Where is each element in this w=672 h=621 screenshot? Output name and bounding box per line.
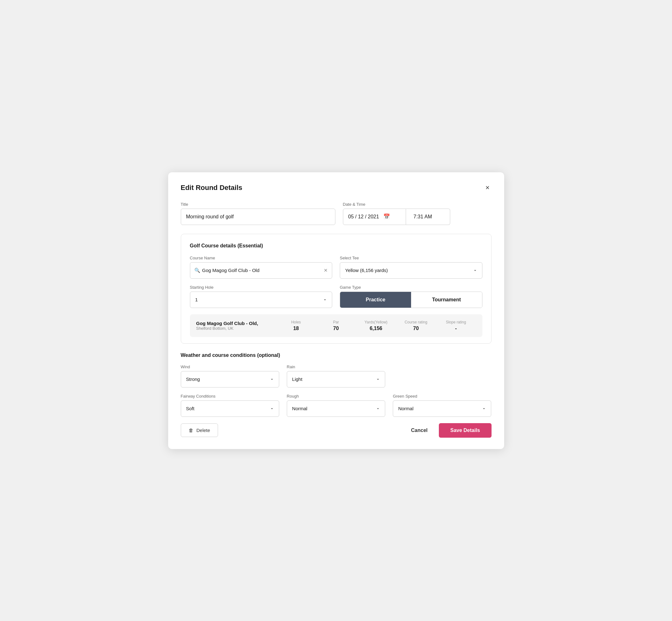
datetime-field-group: Date & Time 05 / 12 / 2021 📅 7:31 AM — [343, 202, 450, 225]
par-label: Par — [316, 320, 356, 324]
green-speed-dropdown[interactable]: Normal — [393, 401, 491, 417]
rough-label: Rough — [287, 394, 385, 399]
title-label: Title — [181, 202, 335, 207]
fairway-rough-green-row: Fairway Conditions Soft Rough Normal Gre… — [181, 394, 492, 417]
footer-right: Cancel Save Details — [409, 423, 492, 438]
modal-header: Edit Round Details × — [181, 184, 492, 192]
modal-title: Edit Round Details — [181, 184, 243, 192]
par-value: 70 — [316, 326, 356, 331]
time-value: 7:31 AM — [414, 214, 432, 220]
green-speed-group: Green Speed Normal — [393, 394, 491, 417]
course-rating-label: Course rating — [396, 320, 436, 324]
title-input[interactable] — [181, 209, 335, 225]
wind-label: Wind — [181, 365, 279, 369]
rain-label: Rain — [287, 365, 385, 369]
starting-hole-group: Starting Hole 1 — [190, 285, 333, 308]
clear-icon[interactable]: ✕ — [324, 267, 328, 273]
datetime-group: 05 / 12 / 2021 📅 7:31 AM — [343, 209, 450, 225]
delete-label: Delete — [197, 427, 210, 433]
rough-dropdown[interactable]: Normal — [287, 401, 385, 417]
wind-rain-row: Wind Strong Rain Light — [181, 365, 492, 387]
green-speed-label: Green Speed — [393, 394, 491, 399]
wind-group: Wind Strong — [181, 365, 279, 387]
delete-button[interactable]: 🗑 Delete — [181, 423, 218, 437]
tournament-toggle-button[interactable]: Tournament — [411, 292, 482, 308]
rain-dropdown[interactable]: Light — [287, 371, 385, 387]
practice-toggle-button[interactable]: Practice — [340, 292, 411, 308]
game-type-toggle: Practice Tournament — [340, 292, 482, 308]
golf-course-section: Golf Course details (Essential) Course N… — [181, 234, 492, 344]
datetime-label: Date & Time — [343, 202, 450, 207]
edit-round-modal: Edit Round Details × Title Date & Time 0… — [168, 172, 504, 449]
select-tee-label: Select Tee — [340, 256, 482, 260]
rough-group: Rough Normal — [287, 394, 385, 417]
holes-value: 18 — [276, 326, 316, 331]
footer-row: 🗑 Delete Cancel Save Details — [181, 423, 492, 438]
trash-icon: 🗑 — [189, 427, 194, 433]
starting-hole-dropdown[interactable]: 1 — [190, 292, 333, 308]
course-name-group: Course Name 🔍 ✕ — [190, 256, 333, 279]
search-icon: 🔍 — [194, 267, 200, 273]
yards-value: 6,156 — [356, 326, 396, 331]
course-location-display: Shelford Bottom, UK — [196, 326, 276, 331]
date-value: 05 / 12 / 2021 — [348, 214, 379, 220]
holes-label: Holes — [276, 320, 316, 324]
top-row: Title Date & Time 05 / 12 / 2021 📅 7:31 … — [181, 202, 492, 225]
fairway-label: Fairway Conditions — [181, 394, 279, 399]
course-tee-row: Course Name 🔍 ✕ Select Tee Yellow (6,156… — [190, 256, 482, 279]
slope-rating-label: Slope rating — [436, 320, 476, 324]
rain-group: Rain Light — [287, 365, 385, 387]
slope-rating-value: - — [436, 326, 476, 331]
golf-course-section-title: Golf Course details (Essential) — [190, 243, 482, 249]
date-input-box[interactable]: 05 / 12 / 2021 📅 — [343, 209, 406, 225]
course-stat-course-rating: Course rating 70 — [396, 320, 436, 331]
weather-section: Weather and course conditions (optional)… — [181, 353, 492, 417]
title-field-group: Title — [181, 202, 335, 225]
course-rating-value: 70 — [396, 326, 436, 331]
weather-section-title: Weather and course conditions (optional) — [181, 353, 492, 358]
cancel-button[interactable]: Cancel — [409, 424, 430, 437]
game-type-label: Game Type — [340, 285, 482, 290]
save-button[interactable]: Save Details — [439, 423, 491, 438]
calendar-icon: 📅 — [383, 213, 390, 220]
fairway-group: Fairway Conditions Soft — [181, 394, 279, 417]
time-input-box[interactable]: 7:31 AM — [406, 209, 450, 225]
course-stat-holes: Holes 18 — [276, 320, 316, 331]
course-name-label: Course Name — [190, 256, 333, 260]
yards-label: Yards(Yellow) — [356, 320, 396, 324]
wind-dropdown[interactable]: Strong — [181, 371, 279, 387]
course-name-input[interactable] — [190, 262, 333, 279]
starting-hole-label: Starting Hole — [190, 285, 333, 290]
course-name-display: Gog Magog Golf Club - Old, — [196, 321, 276, 326]
course-stat-yards: Yards(Yellow) 6,156 — [356, 320, 396, 331]
course-stat-slope-rating: Slope rating - — [436, 320, 476, 331]
select-tee-dropdown[interactable]: Yellow (6,156 yards) — [340, 262, 482, 279]
course-info-bar: Gog Magog Golf Club - Old, Shelford Bott… — [190, 314, 482, 337]
game-type-group: Game Type Practice Tournament — [340, 285, 482, 308]
course-stat-par: Par 70 — [316, 320, 356, 331]
close-button[interactable]: × — [484, 184, 492, 192]
hole-gametype-row: Starting Hole 1 Game Type Practice Tourn… — [190, 285, 482, 308]
select-tee-group: Select Tee Yellow (6,156 yards) — [340, 256, 482, 279]
course-info-name: Gog Magog Golf Club - Old, Shelford Bott… — [196, 321, 276, 331]
course-name-wrap: 🔍 ✕ — [190, 262, 333, 279]
fairway-dropdown[interactable]: Soft — [181, 401, 279, 417]
